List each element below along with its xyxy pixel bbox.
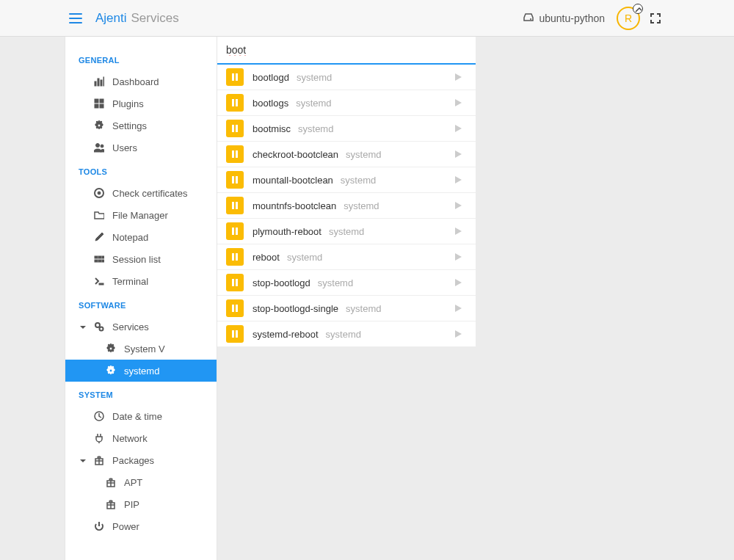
service-name[interactable]: mountnfs-bootclean: [252, 200, 336, 211]
service-manager: systemd: [346, 149, 381, 160]
section-tools: TOOLS: [65, 159, 217, 182]
elevate-icon: [633, 4, 643, 14]
sidebar-item-file-manager[interactable]: File Manager: [65, 204, 217, 226]
menu-toggle[interactable]: [69, 13, 82, 23]
service-name[interactable]: checkroot-bootclean: [252, 149, 338, 160]
sidebar-item-packages[interactable]: Packages: [65, 449, 217, 471]
gift-icon: [105, 477, 117, 487]
sidebar-item-dashboard[interactable]: Dashboard: [65, 70, 217, 92]
service-name[interactable]: systemd-reboot: [252, 329, 319, 340]
sidebar-item-label: Terminal: [112, 276, 148, 287]
service-name[interactable]: bootmisc: [252, 123, 291, 134]
pause-status-icon[interactable]: [226, 299, 244, 317]
service-row: bootmiscsystemd: [217, 116, 476, 142]
service-name[interactable]: stop-bootlogd: [252, 277, 310, 288]
grid-icon: [93, 98, 105, 109]
sidebar-item-settings[interactable]: Settings: [65, 114, 217, 137]
sidebar-item-pip[interactable]: PIP: [65, 493, 217, 515]
start-button[interactable]: [449, 120, 467, 137]
clock-icon: [93, 411, 105, 421]
service-manager: systemd: [326, 329, 361, 340]
sidebar-item-label: Services: [112, 321, 149, 332]
search-input[interactable]: [226, 44, 467, 56]
service-name[interactable]: bootlogs: [252, 98, 288, 109]
service-name[interactable]: bootlogd: [252, 72, 289, 83]
pause-status-icon[interactable]: [226, 68, 244, 86]
service-manager: systemd: [346, 303, 381, 314]
sidebar-item-users[interactable]: Users: [65, 137, 217, 159]
caret-down-icon: [79, 323, 86, 330]
start-button[interactable]: [449, 94, 467, 112]
gear-icon: [105, 366, 117, 376]
pause-status-icon[interactable]: [226, 145, 244, 163]
service-name[interactable]: mountall-bootclean: [252, 175, 333, 186]
pause-status-icon[interactable]: [226, 274, 244, 291]
sidebar-item-apt[interactable]: APT: [65, 471, 217, 493]
sidebar-item-label: Check certificates: [112, 188, 188, 199]
start-button[interactable]: [449, 248, 467, 266]
sidebar-item-notepad[interactable]: Notepad: [65, 226, 217, 248]
pause-status-icon[interactable]: [226, 94, 244, 112]
sidebar-item-label: Packages: [112, 455, 154, 466]
start-button[interactable]: [449, 68, 467, 86]
users-icon: [93, 142, 105, 153]
service-manager: systemd: [318, 277, 353, 288]
pause-status-icon[interactable]: [226, 197, 244, 214]
pause-status-icon[interactable]: [226, 171, 244, 189]
sidebar-item-systemd[interactable]: systemd: [65, 360, 217, 382]
service-name[interactable]: stop-bootlogd-single: [252, 303, 338, 314]
service-row: bootlogdsystemd: [217, 65, 476, 90]
sidebar-item-power[interactable]: Power: [65, 515, 217, 537]
topbar: Ajenti Services ubuntu-python R: [0, 0, 734, 37]
start-button[interactable]: [449, 171, 467, 189]
service-row: checkroot-bootcleansystemd: [217, 142, 476, 167]
sidebar-item-services[interactable]: Services: [65, 316, 217, 338]
service-name[interactable]: reboot: [252, 252, 280, 263]
power-icon: [93, 521, 105, 531]
pause-status-icon[interactable]: [226, 222, 244, 240]
gift-icon: [105, 499, 117, 509]
pencil-icon: [93, 232, 105, 242]
fullscreen-button[interactable]: [650, 13, 661, 23]
service-row: mountall-bootcleansystemd: [217, 167, 476, 193]
service-name[interactable]: plymouth-reboot: [252, 226, 321, 237]
user-menu[interactable]: R: [617, 7, 640, 30]
start-button[interactable]: [449, 274, 467, 291]
host-label: ubuntu-python: [539, 12, 605, 24]
sidebar-item-network[interactable]: Network: [65, 427, 217, 449]
pause-status-icon[interactable]: [226, 248, 244, 266]
start-button[interactable]: [449, 197, 467, 214]
start-button[interactable]: [449, 145, 467, 163]
sidebar-item-date-time[interactable]: Date & time: [65, 405, 217, 427]
start-button[interactable]: [449, 299, 467, 317]
sidebar-item-session-list[interactable]: Session list: [65, 248, 217, 270]
service-row: systemd-rebootsystemd: [217, 321, 476, 347]
sidebar-item-plugins[interactable]: Plugins: [65, 92, 217, 114]
sidebar-item-label: systemd: [124, 366, 159, 377]
certificate-icon: [93, 188, 105, 198]
start-button[interactable]: [449, 222, 467, 240]
service-manager: systemd: [297, 72, 332, 83]
service-manager: systemd: [341, 175, 376, 186]
section-system: SYSTEM: [65, 382, 217, 405]
sidebar-item-label: Plugins: [112, 98, 144, 109]
sidebar-item-label: Notepad: [112, 232, 148, 243]
pause-status-icon[interactable]: [226, 120, 244, 137]
sidebar-item-label: File Manager: [112, 210, 168, 221]
start-button[interactable]: [449, 325, 467, 343]
sidebar-item-system-v[interactable]: System V: [65, 338, 217, 360]
sidebar-item-check-certificates[interactable]: Check certificates: [65, 182, 217, 204]
pause-status-icon[interactable]: [226, 325, 244, 343]
sessions-icon: [93, 254, 105, 264]
service-manager: systemd: [296, 98, 331, 109]
search-bar: [217, 37, 476, 65]
service-row: mountnfs-bootcleansystemd: [217, 193, 476, 219]
sidebar: GENERAL DashboardPluginsSettingsUsers TO…: [65, 37, 217, 560]
sidebar-item-label: Session list: [112, 254, 161, 265]
brand-link[interactable]: Ajenti: [95, 11, 127, 26]
host-selector[interactable]: ubuntu-python: [523, 12, 605, 24]
sidebar-item-terminal[interactable]: Terminal: [65, 270, 217, 292]
sidebar-item-label: Power: [112, 521, 139, 532]
caret-down-icon: [79, 457, 86, 464]
gear-icon: [105, 343, 117, 354]
